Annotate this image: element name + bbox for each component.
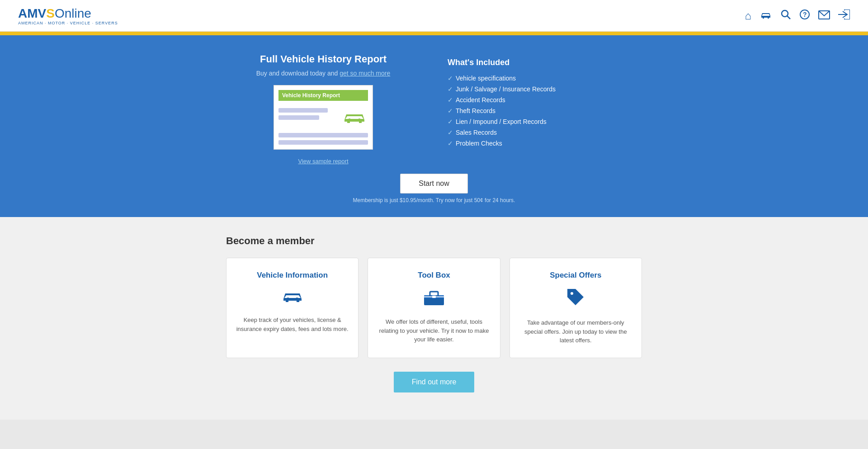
report-card-lines	[278, 108, 336, 120]
get-so-much-more-link[interactable]: get so much more	[340, 70, 390, 77]
logo-tagline: American · Motor · Vehicle · Servers	[18, 21, 118, 25]
check-item-label: Sales Records	[456, 129, 497, 136]
hero-title: Full Vehicle History Report	[260, 53, 387, 65]
check-mark: ✓	[448, 75, 453, 82]
help-icon[interactable]: ?	[799, 9, 810, 23]
check-item: ✓Problem Checks	[448, 140, 642, 147]
svg-point-0	[782, 10, 788, 17]
check-mark: ✓	[448, 85, 453, 93]
check-mark: ✓	[448, 107, 453, 114]
feature-card: Special Offers Take advantage of our mem…	[509, 258, 642, 358]
login-icon[interactable]	[838, 9, 850, 22]
check-mark: ✓	[448, 96, 453, 104]
find-out-more-button[interactable]: Find out more	[394, 372, 475, 392]
report-line-1	[278, 108, 328, 113]
card-title: Tool Box	[418, 271, 450, 280]
hero-section: Full Vehicle History Report Buy and down…	[0, 35, 868, 217]
logo: AMVS Online American · Motor · Vehicle ·…	[18, 6, 118, 25]
card-text: We offer lots of different, useful, tool…	[377, 317, 491, 344]
yellow-bar	[0, 32, 868, 35]
report-card-bottom	[278, 133, 368, 145]
hero-subtitle: Buy and download today and get so much m…	[256, 70, 391, 77]
check-item-label: Theft Records	[456, 107, 495, 114]
check-item-label: Lien / Impound / Export Records	[456, 118, 547, 125]
feature-card: Tool Box We offer lots of different, use…	[368, 258, 500, 358]
header-icons: ⌂ ?	[745, 9, 850, 23]
check-item: ✓Vehicle specifications	[448, 75, 642, 82]
feature-card: Vehicle Information Keep track of your v…	[226, 258, 359, 358]
card-icon-tag	[566, 287, 585, 311]
report-card-preview: Vehicle History Report	[274, 85, 373, 150]
start-now-button[interactable]: Start now	[400, 174, 468, 194]
check-mark: ✓	[448, 129, 453, 136]
svg-text:?: ?	[803, 11, 807, 18]
mail-icon[interactable]	[818, 9, 830, 22]
card-icon-toolbox	[423, 287, 445, 310]
check-item: ✓Junk / Salvage / Insurance Records	[448, 85, 642, 93]
report-card-title: Vehicle History Report	[278, 90, 368, 101]
whats-included-list: ✓Vehicle specifications✓Junk / Salvage /…	[448, 75, 642, 147]
check-item: ✓Sales Records	[448, 129, 642, 136]
car-icon[interactable]	[760, 9, 772, 22]
home-icon[interactable]: ⌂	[745, 9, 752, 22]
check-mark: ✓	[448, 140, 453, 147]
svg-rect-8	[430, 292, 438, 296]
view-sample-link[interactable]: View sample report	[298, 158, 348, 165]
hero-right: What's Included ✓Vehicle specifications✓…	[448, 53, 642, 151]
hero-left: Full Vehicle History Report Buy and down…	[226, 53, 420, 165]
header: AMVS Online American · Motor · Vehicle ·…	[0, 0, 868, 32]
svg-point-11	[571, 292, 573, 295]
check-item-label: Problem Checks	[456, 140, 502, 147]
card-title: Special Offers	[550, 271, 601, 280]
card-text: Take advantage of our members-only speci…	[519, 318, 632, 345]
logo-amvs: AMVS	[18, 6, 55, 21]
card-title: Vehicle Information	[257, 271, 328, 280]
svg-line-1	[787, 16, 790, 19]
check-item-label: Accident Records	[456, 96, 505, 104]
report-car-icon	[341, 107, 368, 129]
check-item-label: Junk / Salvage / Insurance Records	[456, 85, 556, 93]
check-item: ✓Lien / Impound / Export Records	[448, 118, 642, 125]
card-text: Keep track of your vehicles, license & i…	[236, 316, 349, 333]
start-now-container: Start now	[0, 174, 868, 194]
check-item-label: Vehicle specifications	[456, 75, 516, 82]
become-member-title: Become a member	[226, 235, 642, 247]
whats-included-title: What's Included	[448, 58, 642, 67]
report-line-4	[278, 140, 368, 145]
check-item: ✓Accident Records	[448, 96, 642, 104]
membership-section: Become a member Vehicle Information Keep…	[0, 217, 868, 420]
feature-cards: Vehicle Information Keep track of your v…	[226, 258, 642, 358]
report-line-2	[278, 115, 319, 120]
membership-text: Membership is just $10.95/month. Try now…	[0, 197, 868, 203]
logo-online: Online	[55, 6, 91, 21]
card-icon-car	[281, 287, 304, 308]
svg-rect-10	[432, 296, 436, 298]
find-out-more-container: Find out more	[226, 372, 642, 392]
check-item: ✓Theft Records	[448, 107, 642, 114]
check-mark: ✓	[448, 118, 453, 125]
report-line-3	[278, 133, 368, 137]
search-icon[interactable]	[780, 9, 791, 23]
